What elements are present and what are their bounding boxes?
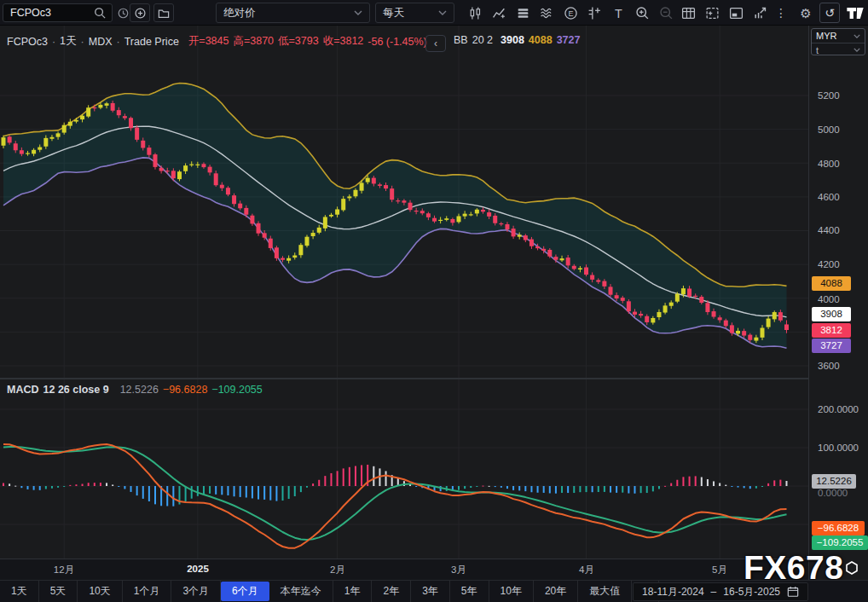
range-button-3y[interactable]: 3年 bbox=[411, 581, 450, 602]
price-tick: 4200 bbox=[818, 258, 840, 270]
legend-collapse-button[interactable]: ‹ bbox=[425, 35, 446, 52]
range-button-5y[interactable]: 5年 bbox=[450, 581, 489, 602]
price-tick: 5000 bbox=[818, 124, 840, 136]
macd-signal-value: −109.2055 bbox=[211, 384, 262, 396]
add-symbol-button[interactable] bbox=[130, 3, 150, 22]
currency-select[interactable]: MYR bbox=[812, 29, 865, 43]
symbol-search[interactable]: FCPOc3 bbox=[3, 3, 113, 22]
table-icon[interactable] bbox=[677, 0, 699, 26]
price-tick: 4400 bbox=[818, 224, 840, 236]
bb-params: 20 2 bbox=[472, 34, 493, 46]
price-tick: 4800 bbox=[818, 158, 840, 170]
date-separator: – bbox=[711, 586, 717, 598]
legend-exchange: MDX bbox=[89, 36, 113, 48]
legend-separator: · bbox=[52, 36, 55, 48]
bb-upper-value: 4088 bbox=[529, 34, 553, 46]
macd-pane[interactable] bbox=[0, 379, 808, 559]
more-options-icon[interactable]: ⋮ bbox=[773, 0, 790, 26]
legend-series-type: Trade Price bbox=[124, 36, 179, 48]
legend-open: 开=3845 bbox=[188, 34, 229, 49]
chevron-down-icon bbox=[854, 34, 860, 38]
main-chart-pane[interactable] bbox=[0, 26, 808, 378]
macd-tick: 100.0000 bbox=[818, 442, 859, 454]
chart-type-candles-icon[interactable] bbox=[464, 0, 486, 26]
month-label: 12月 bbox=[45, 564, 83, 576]
bb-name: BB bbox=[454, 34, 468, 46]
range-button-1m[interactable]: 1个月 bbox=[123, 581, 172, 602]
month-label: 2月 bbox=[319, 564, 356, 576]
range-button-5d[interactable]: 5天 bbox=[39, 581, 78, 602]
search-icon bbox=[94, 7, 107, 20]
currency-value: MYR bbox=[816, 31, 836, 41]
events-icon[interactable]: E bbox=[559, 0, 582, 26]
svg-text:T: T bbox=[615, 6, 622, 20]
macd-params: 12 26 close 9 bbox=[43, 384, 109, 396]
tradingview-logo[interactable] bbox=[844, 4, 866, 21]
range-button-3m[interactable]: 3个月 bbox=[171, 581, 221, 602]
date-to: 16-5月-2025 bbox=[723, 585, 780, 599]
range-button-20y[interactable]: 20年 bbox=[534, 581, 578, 602]
range-button-2y[interactable]: 2年 bbox=[372, 581, 411, 602]
macd-name: MACD bbox=[7, 384, 39, 396]
bb-basis-value: 3908 bbox=[501, 34, 524, 46]
axis-unit-box: MYR t bbox=[811, 28, 865, 55]
macd-signal-badge: −109.2055 bbox=[812, 535, 868, 550]
bb-basis-badge: 3908 bbox=[812, 307, 851, 321]
patterns-waves-icon[interactable] bbox=[535, 0, 558, 26]
year-label: 2025 bbox=[179, 564, 217, 574]
main-legend: FCPOc3 · 1天 · MDX · Trade Price 开=3845 高… bbox=[7, 34, 427, 49]
range-button-10d[interactable]: 10天 bbox=[78, 581, 122, 602]
publish-chart-icon[interactable] bbox=[749, 0, 771, 26]
price-tick: 4000 bbox=[818, 293, 840, 305]
legend-interval: 1天 bbox=[60, 34, 76, 49]
range-button-1y[interactable]: 1年 bbox=[333, 581, 373, 602]
price-tick: 4600 bbox=[818, 191, 840, 203]
range-button-6m[interactable]: 6个月 bbox=[221, 582, 269, 601]
price-mode-select[interactable]: 绝对价 bbox=[216, 3, 370, 23]
picture-in-picture-icon[interactable] bbox=[725, 0, 747, 26]
compare-layers-icon[interactable] bbox=[512, 0, 534, 26]
trading-terminal: FCPOc3 绝对价 每天 bbox=[0, 0, 868, 602]
svg-text:E: E bbox=[568, 9, 573, 17]
macd-tick: 200.0000 bbox=[818, 403, 859, 415]
interval-select[interactable]: 每天 bbox=[375, 3, 454, 23]
watchlist-folder-button[interactable] bbox=[153, 3, 174, 22]
last-price-badge: 3812 bbox=[812, 323, 851, 338]
legend-change: -56 (-1.45%) bbox=[367, 36, 426, 48]
text-tool-icon[interactable]: T bbox=[607, 0, 629, 26]
date-range-button[interactable]: 18-11月-2024 – 16-5月-2025 bbox=[633, 582, 808, 601]
legend-symbol: FCPOc3 bbox=[7, 36, 48, 48]
range-button-max[interactable]: 最大值 bbox=[578, 581, 632, 602]
macd-line-badge: −96.6828 bbox=[812, 521, 865, 535]
zoom-in-icon[interactable] bbox=[631, 0, 653, 26]
price-axis[interactable]: MYR t 5200 5000 4800 4600 4400 4200 4000… bbox=[808, 26, 868, 580]
macd-hist-badge: 12.5226 bbox=[812, 474, 856, 489]
chevron-down-icon bbox=[354, 10, 362, 15]
unit-select[interactable]: t bbox=[812, 43, 865, 55]
month-label: 3月 bbox=[440, 564, 477, 576]
price-mode-value: 绝对价 bbox=[223, 6, 256, 20]
zoom-out-icon[interactable] bbox=[655, 0, 677, 26]
undo-icon[interactable]: ↺ bbox=[819, 3, 840, 23]
legend-separator: · bbox=[81, 36, 84, 48]
bottom-toolbar: 1天 5天 10天 1个月 3个月 6个月 本年迄今 1年 2年 3年 5年 1… bbox=[0, 580, 868, 602]
time-axis[interactable]: 12月 2025 2月 3月 4月 5月 bbox=[0, 559, 808, 580]
month-label: 5月 bbox=[701, 564, 738, 576]
price-scale-add-icon[interactable] bbox=[583, 0, 605, 26]
legend-low: 低=3793 bbox=[278, 34, 319, 49]
range-button-ytd[interactable]: 本年迄今 bbox=[269, 581, 333, 602]
macd-hist-value: 12.5226 bbox=[120, 384, 159, 396]
settings-gear-icon[interactable]: ⚙ bbox=[795, 0, 817, 26]
indicators-icon[interactable] bbox=[488, 0, 510, 26]
bb-legend: BB 20 2 3908 4088 3727 bbox=[454, 34, 580, 46]
add-pane-icon[interactable] bbox=[701, 0, 723, 26]
chevron-down-icon bbox=[854, 48, 860, 52]
symbol-search-value[interactable]: FCPOc3 bbox=[10, 7, 94, 19]
pane-separator[interactable] bbox=[0, 378, 808, 379]
bar-replay-clock-icon[interactable] bbox=[114, 3, 131, 22]
range-button-1d[interactable]: 1天 bbox=[0, 581, 39, 602]
calendar-icon bbox=[787, 586, 799, 598]
bb-lower-badge: 3727 bbox=[812, 339, 851, 353]
range-button-10y[interactable]: 10年 bbox=[489, 581, 534, 602]
month-label: 4月 bbox=[568, 564, 605, 576]
